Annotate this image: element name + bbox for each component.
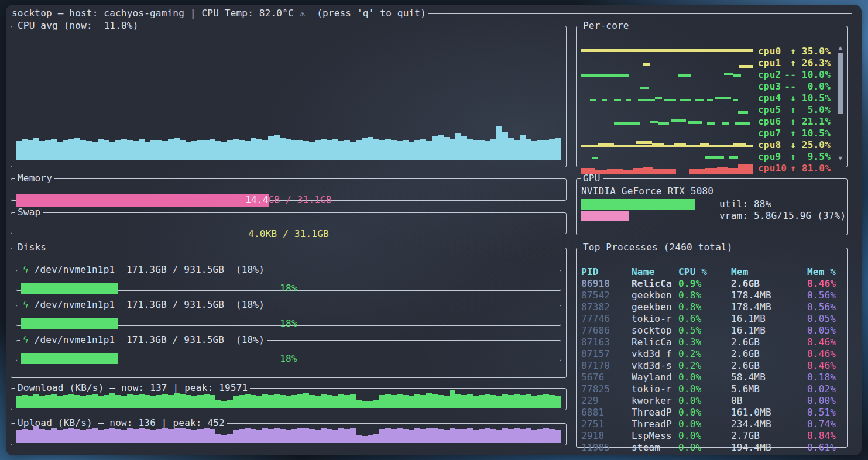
trend-up-icon: ↑ xyxy=(790,128,796,139)
core-sparkline xyxy=(581,57,753,69)
cell-pid: 2751 xyxy=(581,418,632,430)
swap-usage-text: 4.0KB / 31.1GB xyxy=(16,228,561,241)
download-bar xyxy=(33,394,39,408)
upload-bar xyxy=(344,429,350,443)
download-bar xyxy=(362,401,368,408)
upload-bar xyxy=(139,428,145,443)
upload-bar xyxy=(303,428,309,443)
core-label: cpu8↓ 25.0% xyxy=(758,139,831,151)
upload-bar xyxy=(502,428,508,443)
upload-bar xyxy=(168,429,174,443)
core-sparkline xyxy=(581,69,753,81)
process-row: 87382geekben0.8%178.4MB0.56% xyxy=(581,301,843,313)
cpu-usage-bar xyxy=(450,139,455,160)
core-row-cpu7: cpu7↑ 10.5% xyxy=(581,128,831,139)
cpu-usage-bar xyxy=(414,140,420,160)
cell-pid: 77746 xyxy=(581,313,632,325)
upload-bar xyxy=(514,428,520,443)
lightning-icon: ϟ xyxy=(23,299,29,310)
lightning-icon: ϟ xyxy=(23,264,29,275)
scrollbar-thumb[interactable] xyxy=(838,53,843,114)
upload-bar xyxy=(291,429,297,443)
cell-mem: 234.4MB xyxy=(731,418,807,430)
cell-pid: 87170 xyxy=(581,360,632,372)
upload-bar xyxy=(526,428,531,443)
upload-bar xyxy=(455,429,461,443)
cpu-usage-bar xyxy=(256,139,262,160)
trend-flat-icon: -- xyxy=(784,69,796,80)
cell-name: LspMess xyxy=(632,430,678,442)
per-core-panel-title: Per-core xyxy=(583,20,629,31)
cell-cpu: 0.0% xyxy=(678,430,731,442)
download-bar xyxy=(543,394,549,408)
download-bar xyxy=(526,394,531,408)
download-bar xyxy=(80,396,86,408)
upload-bar xyxy=(197,429,203,443)
download-bar xyxy=(210,395,215,408)
upload-bar xyxy=(33,426,39,443)
core-value: -- 0.0% xyxy=(784,81,831,92)
download-bar xyxy=(496,396,502,408)
cpu-usage-bar xyxy=(286,139,291,160)
core-name: cpu3 xyxy=(758,81,781,92)
core-name: cpu8 xyxy=(758,139,781,151)
download-bar xyxy=(174,393,180,408)
upload-bar xyxy=(531,430,537,443)
cell-pid: 87157 xyxy=(581,348,632,360)
upload-bar xyxy=(98,430,104,443)
scroll-up-icon[interactable]: ▲ xyxy=(837,44,844,52)
core-value: ↑ 5.0% xyxy=(790,104,831,116)
swap-panel: Swap 4.0KB / 31.1GB xyxy=(11,207,567,234)
cpu-usage-bar xyxy=(490,139,496,160)
core-name: cpu1 xyxy=(758,57,781,69)
cpu-usage-bar xyxy=(479,140,485,160)
cpu-usage-bar xyxy=(461,136,467,160)
core-spark-segment xyxy=(614,99,621,101)
trend-up-icon: ↑ xyxy=(790,104,796,115)
download-bar xyxy=(227,400,233,408)
cpu-usage-bar xyxy=(362,138,368,160)
download-bar xyxy=(92,394,98,408)
cell-name: vkd3d-s xyxy=(632,360,678,372)
cpu-usage-bar xyxy=(508,138,514,160)
cpu-usage-bar xyxy=(174,138,180,160)
download-bar xyxy=(115,395,121,408)
disk-usage-pct: 18% xyxy=(21,353,556,365)
disk-usage-gauge: 18% xyxy=(21,283,556,294)
scroll-down-icon[interactable]: ▼ xyxy=(837,155,844,162)
upload-bar xyxy=(127,428,133,443)
download-bar xyxy=(150,396,156,408)
upload-bar xyxy=(537,429,543,443)
upload-bar xyxy=(45,430,51,443)
core-label: cpu1↑ 26.3% xyxy=(758,57,831,69)
per-core-scrollbar[interactable]: ▲ ▼ xyxy=(837,44,844,162)
core-label: cpu0↑ 35.0% xyxy=(758,46,831,57)
download-bar xyxy=(455,394,461,408)
process-row: 77686socktop0.5%16.1MB0.05% xyxy=(581,325,843,337)
window-title: socktop — host: cachyos-gaming | CPU Tem… xyxy=(12,8,852,19)
upload-bar xyxy=(109,428,115,443)
core-label: cpu7↑ 10.5% xyxy=(758,128,831,139)
download-bar xyxy=(502,394,508,408)
title-border-line xyxy=(428,13,852,14)
cell-mem: 2.6GB xyxy=(731,348,807,360)
gpu-panel-title: GPU xyxy=(583,173,601,184)
cell-memp: 0.00% xyxy=(807,395,843,407)
process-row: 87542geekben0.8%178.4MB0.56% xyxy=(581,290,843,301)
cell-cpu: 0.0% xyxy=(678,407,731,418)
download-bar xyxy=(22,395,28,408)
cpu-usage-bar xyxy=(403,140,409,160)
process-row: 86918RelicCa0.9%2.6GB8.46% xyxy=(581,278,843,290)
upload-bar xyxy=(145,429,150,443)
download-bar xyxy=(156,395,162,408)
cpu-usage-bar xyxy=(350,142,356,160)
trend-down-icon: ↓ xyxy=(790,139,796,150)
column-header: Name xyxy=(632,266,678,278)
cpu-usage-bar xyxy=(327,140,332,160)
download-bar xyxy=(197,395,203,408)
upload-bar xyxy=(338,428,344,443)
core-sparkline xyxy=(581,104,753,116)
cpu-usage-bar xyxy=(221,142,227,160)
cell-memp: 0.56% xyxy=(807,290,843,301)
upload-bar xyxy=(215,434,221,443)
